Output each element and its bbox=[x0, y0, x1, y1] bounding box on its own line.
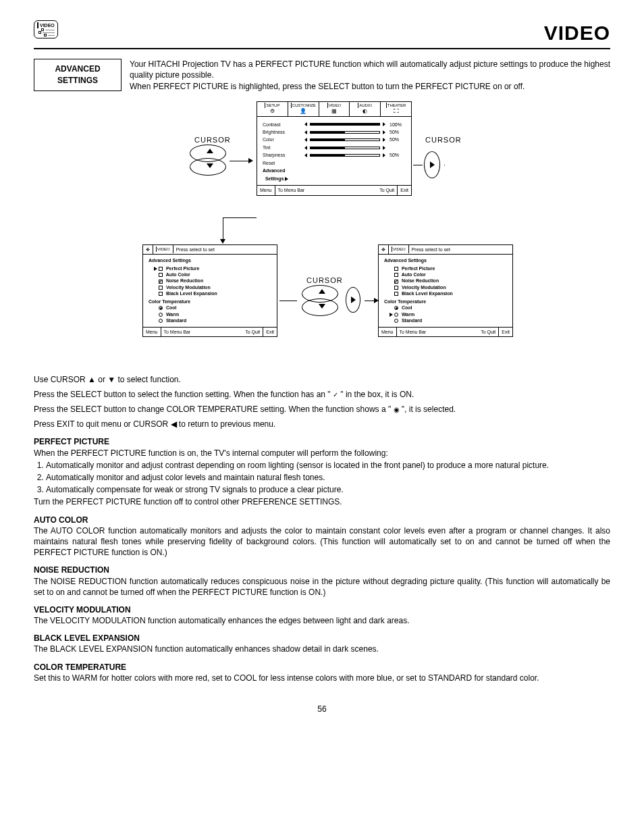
section-perfect-picture: PERFECT PICTURE When the PERFECT PICTURE… bbox=[34, 436, 610, 507]
cursor-right-middle bbox=[346, 287, 363, 314]
osd-advanced-left: ✥ VIDEO Press select to set Advanced Set… bbox=[142, 244, 277, 337]
page-title: VIDEO bbox=[34, 20, 610, 50]
page-number: 56 bbox=[34, 704, 610, 714]
cursor-label-right: CURSOR bbox=[425, 135, 462, 145]
section-velocity-modulation: VELOCITY MODULATION The VELOCITY MODULAT… bbox=[34, 604, 610, 626]
cursor-right-top bbox=[424, 151, 444, 178]
section-auto-color: AUTO COLOR The AUTO COLOR function autom… bbox=[34, 515, 610, 558]
video-breadcrumb-icon: VIDEO bbox=[34, 20, 58, 38]
osd-main-menu: SETUP⚙CUSTOMIZE👤VIDEO▦AUDIO◐THEATER⛶ Con… bbox=[257, 101, 412, 196]
osd-advanced-right: ✥ VIDEO Press select to set Advanced Set… bbox=[378, 244, 513, 337]
cursor-updown-left bbox=[186, 149, 227, 173]
cursor-updown-middle bbox=[298, 289, 339, 313]
section-noise-reduction: NOISE REDUCTION The NOISE REDUCTION func… bbox=[34, 565, 610, 598]
section-color-temperature: COLOR TEMPERATURE Set this to WARM for h… bbox=[34, 662, 610, 683]
osd-diagram: SETUP⚙CUSTOMIZE👤VIDEO▦AUDIO◐THEATER⛶ Con… bbox=[34, 101, 610, 365]
section-black-level: BLACK LEVEL EXPANSION The BLACK LEVEL EX… bbox=[34, 633, 610, 654]
intro-text: Your HITACHI Projection TV has a PERFECT… bbox=[130, 59, 610, 92]
instructions-block: Use CURSOR ▲ or ▼ to select function. Pr… bbox=[34, 374, 610, 430]
section-label-box: ADVANCED SETTINGS bbox=[34, 59, 122, 91]
cursor-label-middle: CURSOR bbox=[306, 276, 343, 286]
cursor-label-left: CURSOR bbox=[194, 135, 231, 145]
